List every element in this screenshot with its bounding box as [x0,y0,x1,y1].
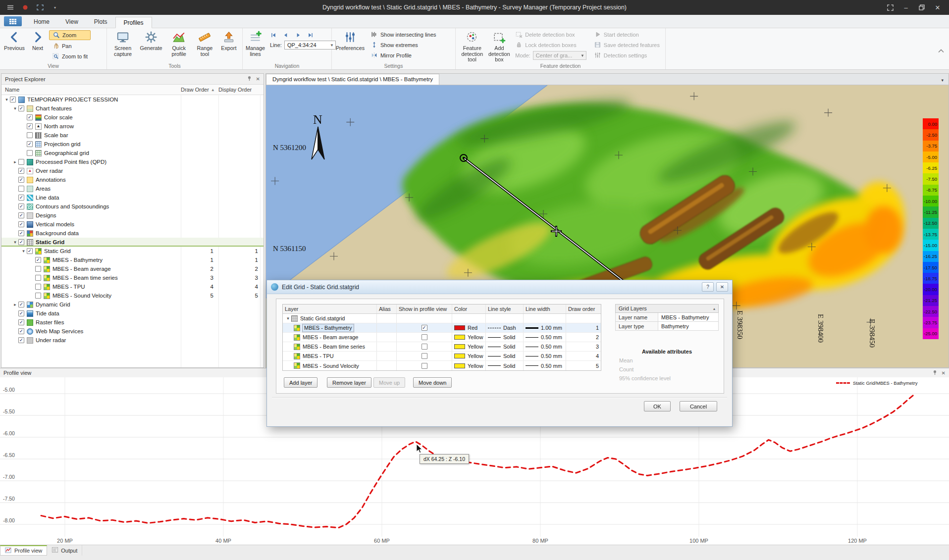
tree-item-line-data[interactable]: ✓Line data [1,193,264,202]
line-style-cell[interactable]: Solid [486,352,524,360]
ribbon-collapse-button[interactable] [938,48,944,54]
checkbox[interactable] [18,159,24,165]
tree-item-vertical-models[interactable]: ✓Vertical models [1,220,264,229]
checkbox[interactable]: ✓ [18,302,24,307]
button-delete-detection-box[interactable]: Delete detection box [512,30,589,39]
dialog-title-bar[interactable]: Edit Grid - Static Grid.statgrid ? ✕ [267,280,732,294]
close-panel-icon[interactable]: ✕ [942,370,946,376]
button-add-detection-box[interactable]: Add detection box [488,29,511,60]
checkbox[interactable]: ✓ [27,123,33,129]
grid-layers-header[interactable]: Grid Layers ▴ [615,304,719,313]
button-range-tool[interactable]: Range tool [193,29,216,60]
document-tab[interactable]: Dyngrid workflow test \ Static Grid.stat… [266,74,439,85]
close-panel-icon[interactable]: ✕ [256,76,260,82]
checkbox[interactable] [422,334,427,340]
column-header-line-style[interactable]: Line style [486,305,524,313]
checkbox[interactable]: ✓ [18,328,24,334]
column-header-line-width[interactable]: Line width [524,305,566,313]
button-show-extremes[interactable]: Show extremes [368,41,439,50]
tree-item-static-grid[interactable]: ▾✓Static Grid [1,238,264,247]
tree-item-areas[interactable]: Areas [1,184,264,193]
button-quick-profile[interactable]: Quick profile [166,29,192,60]
table-row-parent[interactable]: ▾Static Grid.statgrid [283,314,601,323]
column-header-alias[interactable]: Alias [377,305,397,313]
color-cell[interactable]: Yellow [452,352,486,360]
button-screen-capture[interactable]: Screen capture [109,29,136,60]
button-zoom-to-fit[interactable]: Zoom to fit [49,52,91,61]
color-cell[interactable]: Yellow [452,333,486,342]
checkbox[interactable]: ✓ [18,212,24,218]
last-line-button[interactable] [305,31,316,39]
checkbox[interactable]: ✓ [18,310,24,316]
statusbar-tab-profile-view[interactable]: Profile view [0,545,47,556]
toolbar-options-caret-icon[interactable]: ▾ [51,3,59,11]
chevron-down-icon[interactable]: ▾ [3,97,10,102]
checkbox[interactable]: ✓ [27,141,33,147]
checkbox[interactable]: ✓ [35,257,41,263]
line-style-cell[interactable]: Solid [486,333,524,342]
table-row-mbes-beam-average[interactable]: MBES - Beam averageYellowSolid0.50 mm2 [283,333,601,342]
tree-item-tide-data[interactable]: ✓Tide data [1,309,264,318]
color-cell[interactable]: Red [452,323,486,332]
button-save-detected-features[interactable]: Save detected features [591,41,663,50]
checkbox[interactable] [35,266,41,272]
dialog-help-button[interactable]: ? [702,282,714,292]
checkbox[interactable]: ✓ [18,221,24,227]
button-show-intersecting-lines[interactable]: Show intersecting lines [368,30,439,39]
add-layer-button[interactable]: Add layer [284,377,317,388]
line-select[interactable]: QP_4:34:24▼ [284,41,336,50]
tree-item-mbes-bathymetry[interactable]: ✓MBES - Bathymetry11 [1,255,264,264]
checkbox[interactable]: ✓ [18,239,24,245]
tab-profiles[interactable]: Profiles [115,17,152,28]
checkbox[interactable]: ✓ [18,319,24,325]
checkbox[interactable]: ✓ [27,114,33,120]
chevron-down-icon[interactable]: ▾ [20,249,27,254]
tree-item-designs[interactable]: ✓Designs [1,211,264,220]
minimize-button[interactable]: – [899,2,912,12]
line-width-cell[interactable]: 0.50 mm [524,333,566,342]
column-header-show-in-profile-view[interactable]: Show in profile view [397,305,452,313]
button-lock-detection-boxes[interactable]: Lock detection boxes [512,41,589,50]
checkbox[interactable] [27,150,33,156]
button-generate[interactable]: Generate [138,29,164,60]
button-mirror-profile[interactable]: Mirror Profile [368,51,439,60]
checkbox[interactable] [35,284,41,290]
next-line-button[interactable] [293,31,304,39]
tree-item-static-grid[interactable]: ▾✓Static Grid11 [1,247,264,255]
tree-item-temporary-project-session[interactable]: ▾✓TEMPORARY PROJECT SESSION [1,95,264,104]
restore-button[interactable] [915,2,928,12]
chevron-down-icon[interactable]: ▾ [12,106,18,111]
tree-item-processed-point-files-qpd[interactable]: ▸Processed Point files (QPD) [1,157,264,166]
tab-plots[interactable]: Plots [86,16,115,28]
line-width-cell[interactable]: 0.50 mm [524,352,566,360]
column-header-layer[interactable]: Layer [283,305,377,313]
record-icon[interactable] [21,3,30,11]
button-previous[interactable]: Previous [2,29,26,60]
table-row-mbes-tpu[interactable]: MBES - TPUYellowSolid0.50 mm4 [283,352,601,361]
button-zoom[interactable]: Zoom [49,30,91,40]
checkbox[interactable] [35,293,41,299]
remove-layer-button[interactable]: Remove layer [327,377,371,388]
tree-item-chart-features[interactable]: ▾✓Chart features [1,104,264,113]
checkbox[interactable] [18,186,24,192]
pin-icon[interactable] [247,76,252,82]
tree-item-annotations[interactable]: ✓Annotations [1,175,264,184]
dialog-close-button[interactable]: ✕ [716,282,728,292]
checkbox[interactable]: ✓ [18,195,24,201]
statusbar-tab-output[interactable]: Output [47,545,82,556]
button-start-detection[interactable]: Start detection [591,30,663,39]
tree-item-color-scale[interactable]: ✓Color scale [1,113,264,122]
column-header-name[interactable]: Name [1,87,181,93]
checkbox[interactable]: ✓ [18,168,24,174]
tab-home[interactable]: Home [26,16,57,28]
first-line-button[interactable] [268,31,279,39]
attribute-item[interactable]: Count [619,366,716,372]
checkbox[interactable]: ✓ [18,105,24,111]
move-down-button[interactable]: Move down [413,377,452,388]
tree-item-web-map-services[interactable]: ✓Web Map Services [1,327,264,336]
tree-item-dynamic-grid[interactable]: ▸✓Dynamic Grid [1,300,264,309]
line-style-cell[interactable]: Dash [486,323,524,332]
checkbox[interactable]: ✓ [27,248,33,254]
line-width-cell[interactable]: 1.00 mm [524,323,566,332]
attribute-item[interactable]: Mean [619,357,716,363]
